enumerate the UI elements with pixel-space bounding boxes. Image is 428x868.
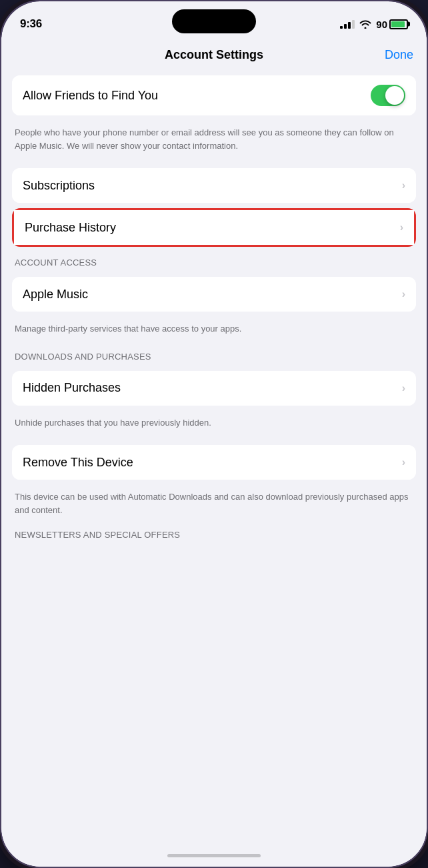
bottom-spacer	[1, 544, 427, 564]
purchase-history-group: Purchase History ›	[12, 208, 416, 247]
hidden-purchases-chevron: ›	[402, 382, 405, 394]
battery-percent: 90	[376, 19, 387, 30]
subscriptions-chevron: ›	[402, 179, 405, 191]
newsletters-label: NEWSLETTERS AND SPECIAL OFFERS	[1, 527, 427, 544]
done-button[interactable]: Done	[380, 48, 413, 62]
phone-frame: 9:36 90	[0, 0, 428, 868]
purchase-history-chevron: ›	[400, 222, 403, 234]
dynamic-island	[172, 9, 256, 33]
battery-fill	[391, 21, 405, 27]
subscriptions-label: Subscriptions	[23, 179, 95, 193]
signal-bar-3	[348, 22, 351, 29]
downloads-purchases-section: DOWNLOADS AND PURCHASES Hidden Purchases…	[1, 346, 427, 528]
hidden-purchases-right: ›	[402, 382, 405, 394]
remove-device-chevron: ›	[402, 456, 405, 468]
hidden-purchases-row[interactable]: Hidden Purchases ›	[12, 371, 416, 406]
apple-music-chevron: ›	[402, 288, 405, 300]
remove-device-footer: This device can be used with Automatic D…	[1, 485, 427, 527]
battery-container: 90	[376, 19, 408, 30]
battery-icon	[389, 19, 408, 29]
page-title: Account Settings	[48, 48, 380, 62]
status-time: 9:36	[20, 17, 42, 31]
nav-header: Account Settings Done	[1, 37, 427, 70]
signal-bar-2	[344, 24, 347, 29]
purchase-history-row[interactable]: Purchase History ›	[14, 210, 414, 245]
signal-bar-4	[352, 20, 355, 29]
signal-icon	[340, 19, 355, 29]
allow-friends-footer: People who have your phone number or ema…	[1, 121, 427, 163]
signal-bar-1	[340, 26, 343, 29]
screen: 9:36 90	[1, 1, 427, 867]
apple-music-right: ›	[402, 288, 405, 300]
account-access-label: ACCOUNT ACCESS	[1, 252, 427, 272]
allow-friends-toggle[interactable]	[371, 85, 405, 106]
hidden-purchases-footer: Unhide purchases that you have previousl…	[1, 411, 427, 440]
status-right: 90	[340, 19, 408, 30]
account-access-section: ACCOUNT ACCESS Apple Music › Manage thir…	[1, 252, 427, 346]
subscriptions-group: Subscriptions ›	[12, 168, 416, 203]
wifi-icon	[359, 19, 371, 29]
allow-friends-row[interactable]: Allow Friends to Find You	[12, 75, 416, 115]
purchase-history-right: ›	[400, 222, 403, 234]
allow-friends-toggle-container	[371, 85, 405, 106]
apple-music-row[interactable]: Apple Music ›	[12, 277, 416, 312]
downloads-purchases-label: DOWNLOADS AND PURCHASES	[1, 346, 427, 366]
allow-friends-group: Allow Friends to Find You	[12, 75, 416, 115]
home-indicator-area	[1, 844, 427, 867]
subscriptions-right: ›	[402, 179, 405, 191]
subscriptions-row[interactable]: Subscriptions ›	[12, 168, 416, 203]
toggle-knob	[385, 86, 404, 105]
remove-device-label: Remove This Device	[23, 456, 133, 470]
apple-music-label: Apple Music	[23, 288, 88, 302]
remove-device-right: ›	[402, 456, 405, 468]
allow-friends-label: Allow Friends to Find You	[23, 89, 158, 103]
account-access-footer: Manage third-party services that have ac…	[1, 317, 427, 346]
home-indicator	[167, 854, 261, 857]
remove-device-row[interactable]: Remove This Device ›	[12, 445, 416, 480]
account-access-group: Apple Music ›	[12, 277, 416, 312]
hidden-purchases-group: Hidden Purchases ›	[12, 371, 416, 406]
remove-device-group: Remove This Device ›	[12, 445, 416, 480]
purchase-history-label: Purchase History	[25, 221, 116, 235]
hidden-purchases-label: Hidden Purchases	[23, 381, 121, 395]
content-area[interactable]: Account Settings Done Allow Friends to F…	[1, 37, 427, 844]
